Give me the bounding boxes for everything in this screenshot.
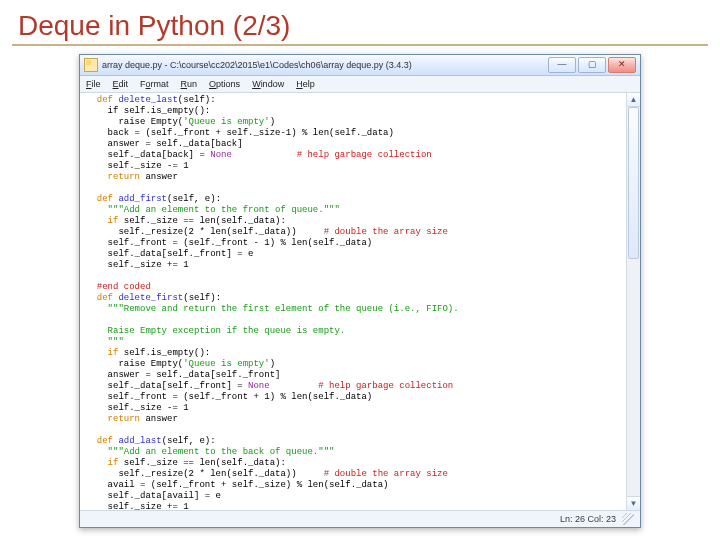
menu-help[interactable]: Help [296,79,315,89]
menu-window[interactable]: Window [252,79,284,89]
vertical-scrollbar[interactable]: ▲ ▼ [626,93,640,510]
scroll-thumb[interactable] [628,107,639,259]
title-rule [12,44,708,46]
cursor-position: Ln: 26 Col: 23 [560,514,616,524]
code-content: def delete_last(self): if self.is_empty(… [80,93,640,510]
menu-options[interactable]: Options [209,79,240,89]
menu-file[interactable]: FFileile [86,79,101,89]
minimize-button[interactable]: — [548,57,576,73]
menu-run[interactable]: Run [181,79,198,89]
maximize-button[interactable]: ▢ [578,57,606,73]
menubar: FFileile Edit Format Run Options Window … [80,76,640,93]
python-file-icon [84,58,98,72]
slide-title: Deque in Python (2/3) [0,0,720,44]
scroll-up-arrow-icon[interactable]: ▲ [627,93,640,107]
menu-format[interactable]: Format [140,79,169,89]
code-editor[interactable]: def delete_last(self): if self.is_empty(… [80,93,640,510]
idle-window: array deque.py - C:\course\cc202\2015\e1… [79,54,641,528]
statusbar: Ln: 26 Col: 23 [80,510,640,527]
resize-grip-icon[interactable] [622,513,634,525]
titlebar: array deque.py - C:\course\cc202\2015\e1… [80,55,640,76]
close-button[interactable]: ✕ [608,57,636,73]
menu-edit[interactable]: Edit [113,79,129,89]
scroll-down-arrow-icon[interactable]: ▼ [627,496,640,510]
window-controls: — ▢ ✕ [548,57,636,73]
window-title: array deque.py - C:\course\cc202\2015\e1… [102,60,548,70]
